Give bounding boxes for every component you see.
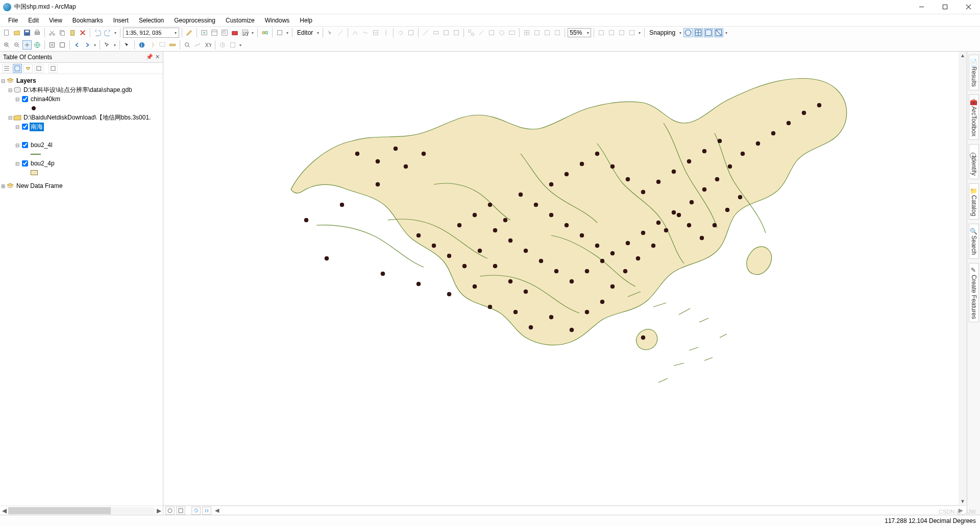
toc-options-icon[interactable]: [48, 64, 58, 73]
menu-geoprocessing[interactable]: Geoprocessing: [169, 15, 220, 26]
sketch3-icon[interactable]: [442, 28, 451, 37]
tree-group[interactable]: ⊟ D:\本科毕设\站点分辨率\data\shape.gdb: [0, 85, 163, 94]
new-icon[interactable]: [2, 28, 11, 37]
chevron-down-icon[interactable]: ▾: [587, 31, 589, 35]
hyperlink-icon[interactable]: [148, 40, 157, 50]
fixed-zoom-out-icon[interactable]: [58, 40, 67, 50]
paste-icon[interactable]: [68, 28, 77, 37]
goto-xy-icon[interactable]: XY: [203, 40, 212, 50]
viewer-dropdown[interactable]: ▾: [238, 43, 242, 47]
menu-bookmarks[interactable]: Bookmarks: [67, 15, 108, 26]
edit-tool-icon[interactable]: [326, 28, 335, 37]
map-vscroll[interactable]: ▲ ▼: [959, 52, 967, 506]
sketch-icon[interactable]: [421, 28, 430, 37]
layer-checkbox[interactable]: [22, 96, 28, 102]
editor-label[interactable]: Editor: [295, 29, 315, 36]
hscroll-left-icon[interactable]: ◀: [213, 507, 221, 514]
measure-icon[interactable]: [168, 40, 177, 50]
print-icon[interactable]: [33, 28, 42, 37]
undo-icon[interactable]: [93, 28, 102, 37]
tree-layer[interactable]: ⊟ 南海: [0, 122, 163, 131]
add-data-icon[interactable]: [200, 28, 209, 37]
pause-tab[interactable]: [202, 507, 211, 515]
edit-straight-icon[interactable]: [336, 28, 345, 37]
find-icon[interactable]: [183, 40, 192, 50]
delete-icon[interactable]: [78, 28, 87, 37]
search-window-icon[interactable]: [220, 28, 229, 37]
add-data-dropdown[interactable]: ▾: [251, 31, 255, 35]
html-popup-icon[interactable]: [158, 40, 167, 50]
edit-reshape-icon[interactable]: [361, 28, 370, 37]
identify-icon[interactable]: i: [137, 40, 146, 50]
toc-hscroll[interactable]: ◀ ▶: [0, 506, 163, 515]
snapping-dropdown[interactable]: ▾: [678, 31, 682, 35]
tree-dataframe[interactable]: ⊞ New Data Frame: [0, 181, 163, 190]
scroll-left-icon[interactable]: ◀: [0, 507, 8, 514]
fixed-zoom-in-icon[interactable]: [47, 40, 57, 50]
list-by-visibility-icon[interactable]: [23, 64, 33, 73]
cut-icon[interactable]: [47, 28, 57, 37]
refresh-tab[interactable]: [191, 507, 201, 515]
edit-cut-icon[interactable]: [371, 28, 380, 37]
copy-icon[interactable]: [58, 28, 67, 37]
layout-dropdown[interactable]: ▾: [638, 31, 642, 35]
back-extent-icon[interactable]: [72, 40, 82, 50]
scale-combo[interactable]: ▾: [123, 28, 179, 38]
swipe-icon[interactable]: [532, 28, 542, 37]
menu-file[interactable]: File: [3, 15, 23, 26]
layer-checkbox[interactable]: [22, 142, 28, 148]
minimize-button[interactable]: [910, 0, 933, 14]
pin-icon[interactable]: 📌: [146, 54, 153, 60]
dock-arctoolbox[interactable]: 🧰ArcToolbox: [969, 94, 979, 140]
data-view-tab[interactable]: [165, 507, 175, 515]
transp-icon[interactable]: [553, 28, 562, 37]
save-icon[interactable]: [22, 28, 32, 37]
menu-insert[interactable]: Insert: [108, 15, 134, 26]
close-icon[interactable]: ✕: [155, 54, 160, 60]
list-by-drawing-icon[interactable]: [2, 64, 11, 73]
menu-view[interactable]: View: [44, 15, 67, 26]
dock-create-features[interactable]: ✎Create Features: [969, 263, 979, 323]
tbx-dropdown[interactable]: ▾: [285, 31, 289, 35]
dock-search[interactable]: 🔍Search: [969, 224, 979, 258]
catalog-window-icon[interactable]: [210, 28, 219, 37]
snap-edge-icon[interactable]: [714, 28, 723, 37]
scale-input[interactable]: [126, 30, 167, 36]
tree-layer[interactable]: ⊟ china40km: [0, 94, 163, 104]
layout-view-tab[interactable]: [176, 507, 185, 515]
toolbox-window-icon[interactable]: [230, 28, 239, 37]
dock-catalog[interactable]: 📁Catalog: [969, 183, 979, 220]
forward-extent-icon[interactable]: [83, 40, 92, 50]
zoom-out-icon[interactable]: [12, 40, 21, 50]
menu-windows[interactable]: Windows: [260, 15, 295, 26]
create-viewer-icon[interactable]: [228, 40, 237, 50]
tree-layer[interactable]: ⊟ bou2_4p: [0, 159, 163, 168]
layout-icon2[interactable]: [607, 28, 616, 37]
effects-icon[interactable]: [522, 28, 531, 37]
tree-root[interactable]: ⊟ Layers: [0, 76, 163, 85]
chevron-down-icon[interactable]: ▾: [175, 31, 177, 35]
snap-dropdown[interactable]: ▾: [724, 31, 728, 35]
extent-dropdown[interactable]: ▾: [93, 43, 97, 47]
full-extent-icon[interactable]: [33, 40, 42, 50]
edit-vertices-icon[interactable]: [351, 28, 360, 37]
layout-icon1[interactable]: [597, 28, 606, 37]
georef-fit-icon[interactable]: [487, 28, 496, 37]
list-by-selection-icon[interactable]: [34, 64, 43, 73]
edit-split-icon[interactable]: [381, 28, 390, 37]
georef-view-icon[interactable]: [507, 28, 517, 37]
undo-dropdown[interactable]: ▾: [113, 31, 117, 35]
model-builder-icon[interactable]: [260, 28, 270, 37]
editor-dropdown[interactable]: ▾: [316, 31, 320, 35]
flicker-icon[interactable]: [543, 28, 552, 37]
dock-results[interactable]: 📄Results: [969, 55, 979, 90]
time-slider-icon[interactable]: [218, 40, 227, 50]
map-canvas[interactable]: [163, 52, 959, 506]
select-elements-icon[interactable]: [122, 40, 132, 50]
menu-help[interactable]: Help: [295, 15, 317, 26]
editor-toolbar-icon[interactable]: [185, 28, 194, 37]
menu-customize[interactable]: Customize: [220, 15, 260, 26]
transparency-combo[interactable]: 55% ▾: [568, 28, 591, 37]
hscroll-right-icon[interactable]: ▶: [957, 507, 965, 514]
menu-selection[interactable]: Selection: [134, 15, 169, 26]
